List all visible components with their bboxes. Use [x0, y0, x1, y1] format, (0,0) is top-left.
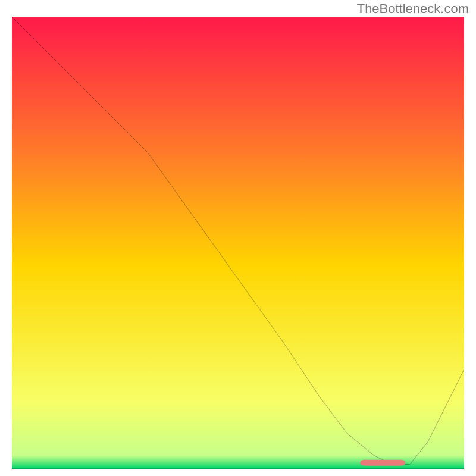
- optimal-range-marker: [360, 460, 405, 466]
- chart-container: [12, 17, 464, 469]
- chart-svg: [12, 17, 464, 469]
- watermark-text: TheBottleneck.com: [357, 1, 469, 17]
